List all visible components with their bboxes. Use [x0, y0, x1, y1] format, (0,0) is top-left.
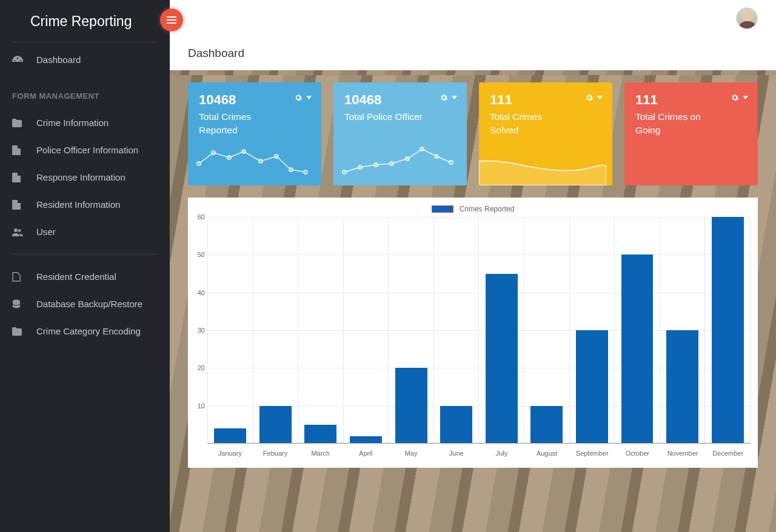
svg-point-16: [449, 161, 453, 164]
sidebar-item[interactable]: Response Information: [0, 164, 170, 191]
main: Dashboard 10468Total Crimes Reported1046…: [170, 0, 776, 532]
content: 10468Total Crimes Reported10468Total Pol…: [170, 70, 776, 480]
svg-point-0: [13, 299, 20, 302]
stat-card: 111Total Crimes on Going: [624, 82, 758, 185]
users-icon: [12, 228, 36, 236]
sidebar-item[interactable]: Resident Credential: [0, 263, 170, 290]
sidebar-item[interactable]: Crime Category Encoding: [0, 318, 170, 345]
sidebar-item[interactable]: User: [0, 218, 170, 245]
caret-down-icon: [743, 96, 748, 99]
folder-icon: [12, 327, 36, 336]
sidebar: Crime Reporting Dashboard FORM MANAGEMEN…: [0, 0, 170, 532]
x-tick: March: [298, 446, 343, 459]
dashboard-icon: [12, 56, 36, 64]
bar-slot: [524, 217, 570, 444]
user-avatar[interactable]: [736, 7, 758, 29]
stat-card: 10468Total Police Officer: [333, 82, 467, 185]
x-tick: Febuary: [253, 446, 298, 459]
stat-card: 10468Total Crimes Reported: [188, 82, 321, 185]
stat-cards: 10468Total Crimes Reported10468Total Pol…: [188, 82, 758, 185]
x-tick: May: [389, 446, 434, 459]
bar: [214, 428, 246, 444]
bar: [440, 406, 472, 444]
bar-slot: [389, 217, 434, 444]
x-tick: April: [343, 446, 389, 459]
card-menu-button[interactable]: [440, 93, 457, 102]
x-tick: September: [569, 446, 615, 459]
sidebar-item[interactable]: Resident Information: [0, 191, 170, 218]
gear-icon: [440, 93, 448, 102]
bar-slot: [434, 217, 480, 444]
caret-down-icon: [597, 96, 603, 99]
bar-slot: [253, 217, 299, 444]
sidebar-item-label: Database Backup/Restore: [36, 299, 142, 309]
bar: [621, 254, 654, 444]
bar-slot: [615, 217, 660, 444]
sidebar-item-label: User: [36, 227, 56, 237]
sidebar-toggle-button[interactable]: [160, 8, 183, 32]
sidebar-item[interactable]: Database Backup/Restore: [0, 290, 170, 318]
topbar: [170, 0, 776, 36]
divider: [12, 254, 158, 254]
page-title-bar: Dashboard: [170, 36, 776, 70]
sidebar-item[interactable]: Police Officer Information: [0, 136, 170, 164]
file-icon: [12, 145, 36, 155]
bar: [259, 406, 292, 444]
x-tick: January: [207, 446, 253, 459]
sidebar-item-label: Resident Information: [36, 199, 120, 210]
gear-icon: [294, 93, 303, 102]
bar-slot: [298, 217, 344, 444]
bar: [486, 274, 518, 444]
card-menu-button[interactable]: [294, 93, 312, 102]
divider: [12, 42, 158, 42]
stat-label: Total Crimes Solved: [490, 110, 569, 136]
chart-container: Crimes Reported 102030405060 JanuaryFebu…: [188, 198, 758, 468]
page-icon: [12, 272, 36, 282]
sidebar-item-label: Resident Credential: [36, 271, 116, 282]
y-tick: 30: [198, 327, 205, 334]
card-menu-button[interactable]: [585, 93, 603, 102]
legend-swatch: [432, 205, 453, 213]
x-tick: July: [479, 446, 524, 459]
sidebar-item-label: Response Information: [36, 172, 125, 182]
stat-label: Total Police Officer: [344, 110, 423, 124]
database-icon: [12, 299, 36, 309]
folder-icon: [12, 119, 36, 127]
card-menu-button[interactable]: [731, 93, 748, 102]
sidebar-item-label: Crime Information: [36, 118, 109, 128]
caret-down-icon: [452, 96, 457, 99]
bar: [666, 330, 698, 444]
legend-label: Crimes Reported: [460, 205, 515, 213]
stat-label: Total Crimes on Going: [635, 110, 714, 136]
x-axis-line: [207, 443, 751, 444]
file-icon: [12, 173, 36, 182]
menu-icon: [167, 16, 176, 24]
sidebar-item[interactable]: Crime Information: [0, 109, 170, 136]
bar-slot: [344, 217, 389, 444]
page-title: Dashboard: [188, 47, 244, 60]
file-icon: [12, 200, 36, 210]
chart-area: 102030405060 JanuaryFebuaryMarchAprilMay…: [207, 217, 751, 459]
bars: [207, 217, 751, 444]
x-tick: August: [524, 446, 570, 459]
y-tick: 20: [198, 364, 205, 371]
nav-label: Dashboard: [36, 55, 81, 65]
x-tick: October: [615, 446, 660, 459]
bar: [576, 330, 608, 444]
bar-slot: [660, 217, 706, 444]
bar: [395, 368, 427, 444]
x-tick: November: [660, 446, 706, 459]
bar-slot: [207, 217, 253, 444]
nav-dashboard[interactable]: Dashboard: [0, 46, 170, 73]
y-tick: 60: [198, 213, 205, 221]
brand-title: Crime Reporting: [0, 0, 170, 42]
y-tick: 50: [198, 251, 205, 258]
gear-icon: [731, 93, 739, 102]
y-tick: 40: [198, 289, 205, 296]
x-tick: December: [705, 446, 751, 459]
bar: [304, 425, 336, 444]
gear-icon: [585, 93, 594, 102]
bar: [530, 406, 563, 444]
y-axis: 102030405060: [192, 217, 206, 444]
caret-down-icon: [306, 96, 312, 99]
